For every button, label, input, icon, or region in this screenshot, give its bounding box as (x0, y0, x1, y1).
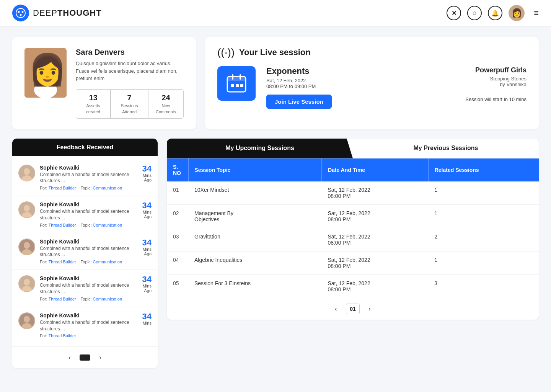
row-no: 03 (167, 228, 188, 251)
col-related: Related Sessions (428, 158, 539, 181)
table-row: 01 10Xer Mindset Sat, 12 Feb, 202208:00 … (167, 181, 539, 205)
col-topic: Session Topic (188, 158, 321, 181)
session-thumbnail (217, 66, 256, 101)
row-date: Sat, 12 Feb, 202208:00 PM (321, 228, 428, 251)
svg-point-8 (36, 56, 55, 69)
svg-rect-6 (43, 75, 48, 83)
feedback-time: 34 Mins Ago (142, 238, 152, 256)
feedback-text: Combined with a handful of model sentenc… (40, 245, 138, 258)
row-date: Sat, 12 Feb, 202208:00 PM (321, 251, 428, 274)
user-avatar[interactable]: 👩 (509, 5, 525, 21)
broadcast-icon: ((·)) (217, 46, 235, 59)
session-countdown: Session will start in 10 mins (465, 96, 527, 102)
main-content: Sara Denvers Quisque dignissim tincidunt… (0, 26, 551, 379)
feedback-content: Sophie Kowalki Combined with a handful o… (40, 275, 138, 301)
sessions-prev-btn[interactable]: ‹ (331, 304, 341, 314)
feedback-time: 34 Mins Ago (142, 275, 152, 293)
feedback-name: Sophie Kowalki (40, 312, 138, 318)
feedback-meta: For: Thread Builder Topic: Communication (40, 260, 138, 264)
feedback-list: Sophie Kowalki Combined with a handful o… (12, 156, 158, 347)
svg-point-33 (24, 316, 30, 323)
svg-point-3 (20, 14, 22, 16)
row-topic: Gravitation (188, 228, 321, 251)
row-no: 02 (167, 204, 188, 228)
session-date: Sat, 12 Feb, 2022 08:00 PM to 09:00 PM (266, 78, 455, 89)
feedback-prev-btn[interactable]: ‹ (64, 352, 75, 363)
col-date: Date And Time (321, 158, 428, 181)
table-row: 05 Session For 3 Einsteins Sat, 12 Feb, … (167, 274, 539, 298)
profile-bio: Quisque dignissim tincidunt dolor ac var… (76, 60, 184, 82)
profile-stats: 13 Assetts created 7 Sessions Attened 24… (76, 89, 184, 119)
avatar-image (24, 48, 67, 98)
sessions-next-btn[interactable]: › (364, 304, 375, 314)
feedback-content: Sophie Kowalki Combined with a handful o… (40, 312, 138, 338)
svg-rect-9 (37, 62, 41, 74)
feedback-time: 34 Mins Ago (142, 165, 152, 182)
sessions-card: My Upcoming Sessions My Previous Session… (167, 139, 539, 320)
svg-point-24 (24, 205, 30, 212)
stat-comments: 24 New Comments (148, 89, 184, 119)
feedback-text: Combined with a handful of model sentenc… (40, 172, 138, 185)
feedback-content: Sophie Kowalki Combined with a handful o… (40, 165, 138, 191)
sessions-pagination: ‹ 01 › (167, 298, 539, 320)
table-row: 02 Management ByObjectives Sat, 12 Feb, … (167, 204, 539, 228)
row-no: 05 (167, 274, 188, 298)
sessions-tabs: My Upcoming Sessions My Previous Session… (167, 139, 539, 158)
row-related: 1 (428, 181, 539, 205)
bottom-section: Feedback Received Sophie Kowalki Combine… (12, 139, 539, 369)
sessions-table-header-row: S. NO Session Topic Date And Time Relate… (167, 158, 539, 181)
session-topic: Exponents (266, 66, 455, 76)
logo: DEEPTHOUGHT (12, 5, 102, 21)
svg-point-21 (24, 168, 30, 175)
feedback-item: Sophie Kowalki Combined with a handful o… (12, 196, 158, 233)
row-topic: 10Xer Mindset (188, 181, 321, 205)
feedback-meta: For: Thread Builder Topic: Communication (40, 223, 138, 227)
session-extra: Powerpuff Girls Stepping Stones by Vansh… (465, 66, 527, 102)
stat-sessions: 7 Sessions Attened (111, 89, 148, 119)
table-row: 03 Gravitation Sat, 12 Feb, 202208:00 PM… (167, 228, 539, 251)
logo-icon (12, 5, 29, 21)
row-related: 3 (428, 274, 539, 298)
feedback-content: Sophie Kowalki Combined with a handful o… (40, 201, 138, 227)
live-session-body: Exponents Sat, 12 Feb, 2022 08:00 PM to … (217, 66, 527, 109)
logo-text: DEEPTHOUGHT (33, 8, 102, 18)
home-icon-btn[interactable]: ⌂ (467, 6, 482, 20)
svg-point-0 (16, 8, 25, 18)
header-icons: ✕ ⌂ 🔔 👩 ≡ (447, 5, 539, 21)
feedback-avatar (18, 201, 35, 218)
feedback-item: Sophie Kowalki Combined with a handful o… (12, 307, 158, 344)
feedback-card: Feedback Received Sophie Kowalki Combine… (12, 139, 158, 369)
bell-icon-btn[interactable]: 🔔 (488, 6, 502, 20)
feedback-page-indicator (80, 354, 90, 361)
feedback-header: Feedback Received (12, 139, 158, 156)
close-icon-btn[interactable]: ✕ (447, 6, 461, 20)
row-date: Sat, 12 Feb, 202208:00 PM (321, 181, 428, 205)
tab-upcoming-sessions[interactable]: My Upcoming Sessions (167, 139, 353, 158)
row-no: 01 (167, 181, 188, 205)
feedback-item: Sophie Kowalki Combined with a handful o… (12, 270, 158, 307)
session-details: Exponents Sat, 12 Feb, 2022 08:00 PM to … (266, 66, 455, 109)
row-related: 2 (428, 228, 539, 251)
tab-previous-sessions[interactable]: My Previous Sessions (353, 139, 539, 158)
svg-rect-17 (231, 84, 234, 87)
profile-info: Sara Denvers Quisque dignissim tincidunt… (76, 48, 184, 119)
row-no: 04 (167, 251, 188, 274)
row-date: Sat, 12 Feb, 202208:00 PM (321, 274, 428, 298)
svg-point-1 (18, 11, 20, 13)
feedback-time: 34 Mins Ago (142, 201, 152, 219)
sessions-page-number: 01 (346, 304, 360, 314)
svg-point-27 (24, 242, 30, 249)
menu-icon[interactable]: ≡ (534, 8, 539, 18)
session-group-sub: Stepping Stones by Vanshika (465, 76, 527, 87)
row-topic: Management ByObjectives (188, 204, 321, 228)
top-section: Sara Denvers Quisque dignissim tincidunt… (12, 37, 539, 129)
feedback-text: Combined with a handful of model sentenc… (40, 282, 138, 295)
feedback-pagination: ‹ › (12, 346, 158, 368)
svg-point-2 (22, 11, 24, 13)
feedback-avatar (18, 238, 35, 255)
header: DEEPTHOUGHT ✕ ⌂ 🔔 👩 ≡ (0, 0, 551, 26)
join-live-session-button[interactable]: Join Live Session (266, 95, 332, 109)
feedback-next-btn[interactable]: › (95, 352, 106, 363)
svg-rect-15 (232, 74, 233, 80)
row-topic: Session For 3 Einsteins (188, 274, 321, 298)
